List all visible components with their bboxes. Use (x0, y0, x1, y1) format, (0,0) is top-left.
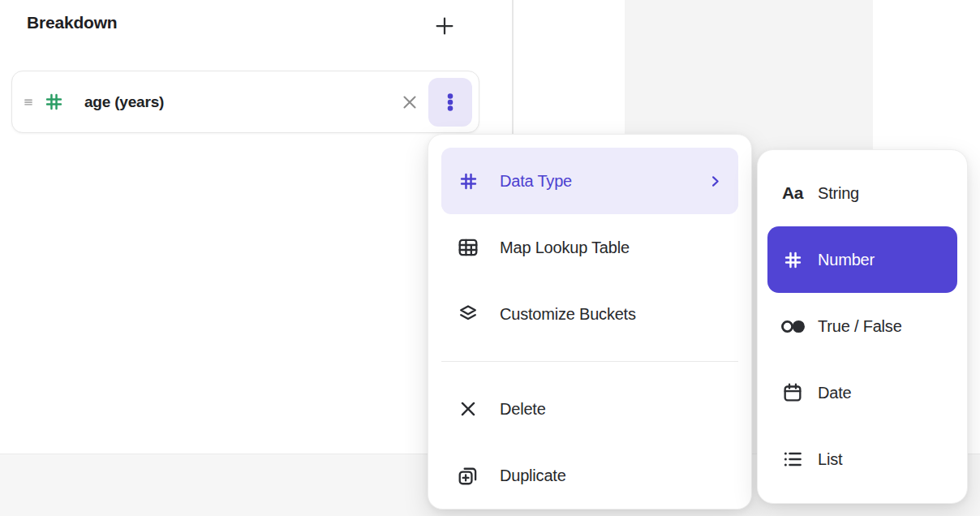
menu-item-label: Duplicate (500, 467, 738, 485)
menu-divider (441, 361, 738, 362)
menu-item-data-type[interactable]: Data Type (441, 148, 738, 214)
hash-icon (456, 169, 480, 193)
x-icon (456, 397, 480, 421)
data-type-submenu: Aa String Number True / False (757, 149, 968, 504)
submenu-item-string[interactable]: Aa String (767, 160, 957, 226)
page-title: Breakdown (27, 13, 117, 32)
menu-item-label: Delete (500, 400, 738, 419)
menu-item-customize-buckets[interactable]: Customize Buckets (441, 281, 738, 347)
drag-handle-icon[interactable] (19, 92, 37, 112)
submenu-item-label: True / False (818, 317, 957, 336)
field-options-button[interactable] (428, 78, 472, 127)
add-breakdown-button[interactable] (429, 11, 460, 41)
menu-item-delete[interactable]: Delete (441, 376, 738, 442)
copy-plus-icon (456, 463, 480, 488)
stack-icon (456, 302, 480, 326)
submenu-item-label: String (818, 184, 957, 203)
remove-field-button[interactable] (396, 88, 423, 116)
breakdown-screen: Breakdown age (years) (0, 0, 980, 516)
list-icon (779, 445, 806, 473)
submenu-item-label: Number (818, 251, 957, 269)
close-icon (400, 92, 419, 112)
menu-item-label: Map Lookup Table (500, 239, 738, 257)
table-icon (456, 235, 480, 260)
calendar-icon (779, 379, 806, 406)
field-label: age (years) (84, 93, 396, 111)
plus-icon (432, 14, 457, 38)
submenu-item-list[interactable]: List (767, 426, 957, 492)
string-aa-icon: Aa (779, 179, 806, 207)
field-context-menu: Data Type Map Lookup Table (428, 134, 752, 510)
menu-item-duplicate[interactable]: Duplicate (441, 442, 738, 509)
submenu-item-number[interactable]: Number (767, 226, 957, 293)
menu-item-label: Customize Buckets (500, 305, 738, 324)
chevron-right-icon (706, 172, 724, 190)
submenu-item-label: List (818, 450, 957, 469)
submenu-item-label: Date (818, 384, 957, 402)
menu-item-map-lookup-table[interactable]: Map Lookup Table (441, 214, 738, 281)
boolean-circles-icon (779, 312, 806, 340)
breakdown-field-card[interactable]: age (years) (11, 71, 479, 133)
number-hash-icon (42, 91, 65, 114)
menu-item-label: Data Type (500, 172, 706, 191)
kebab-menu-icon (440, 92, 461, 113)
submenu-item-date[interactable]: Date (767, 359, 957, 426)
hash-icon (779, 246, 806, 273)
submenu-item-true-false[interactable]: True / False (767, 293, 957, 359)
